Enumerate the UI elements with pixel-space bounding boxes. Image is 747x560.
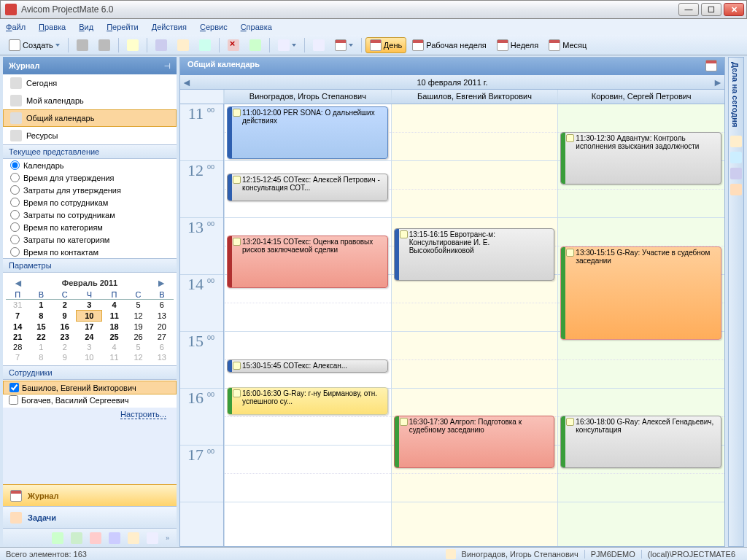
shortcut-icon[interactable]	[147, 532, 158, 544]
calendar-day[interactable]: 4	[102, 342, 127, 352]
view-radio[interactable]: Время по сотрудникам	[3, 196, 177, 209]
calendar-day[interactable]: 6	[150, 342, 174, 352]
pin-icon[interactable]: ⊣	[164, 62, 171, 70]
calendar-day[interactable]: 8	[29, 311, 53, 322]
calendar-day[interactable]: 9	[53, 352, 77, 362]
expand-icon[interactable]: »	[166, 534, 169, 542]
configure-link[interactable]: Настроить...	[3, 408, 177, 421]
menu-service[interactable]: Сервис	[200, 23, 228, 31]
tool3-button[interactable]	[195, 37, 215, 53]
view-radio[interactable]: Затраты по сотрудникам	[3, 209, 177, 221]
calendar-event[interactable]: 11:00-12:00 PER SONA: О дальнейших дейст…	[227, 106, 388, 159]
undo-button[interactable]	[123, 37, 143, 53]
menu-file[interactable]: Файл	[6, 23, 26, 31]
next-day-button[interactable]: ►	[711, 77, 724, 88]
view-radio[interactable]: Календарь	[3, 159, 177, 171]
shortcut-icon[interactable]	[128, 532, 139, 544]
day-column[interactable]: 11:00-12:00 PER SONA: О дальнейших дейст…	[224, 104, 391, 546]
side-icon[interactable]	[730, 152, 742, 163]
maximize-button[interactable]: ☐	[701, 3, 721, 16]
day-column[interactable]: 13:15-16:15 Евротранс-м: Консультировани…	[391, 104, 558, 546]
calendar-event[interactable]: 15:30-15:45 СОТекс: Алексан...	[227, 359, 388, 373]
calendar-day[interactable]: 27	[150, 332, 174, 342]
shortcut-icon[interactable]	[109, 532, 120, 544]
nav-item[interactable]: Мой календарь	[3, 92, 177, 109]
calendar-day[interactable]: 13	[150, 352, 174, 362]
calendar-day[interactable]: 3	[77, 300, 102, 311]
calendar-event[interactable]: 13:20-14:15 СОТекс: Оценка правовых риск…	[227, 236, 388, 288]
calendar-event[interactable]: 11:30-12:30 Адвантум: Контроль исполнени…	[560, 132, 721, 184]
shortcut-icon[interactable]	[52, 532, 63, 544]
shortcut-icon[interactable]	[90, 532, 101, 544]
side-icon[interactable]	[730, 136, 742, 147]
save-button[interactable]	[94, 37, 115, 53]
view-radio[interactable]: Время для утверждения	[3, 171, 177, 184]
menu-edit[interactable]: Правка	[39, 23, 66, 31]
employee-item[interactable]: Башилов, Евгений Викторович	[3, 381, 177, 394]
column-header[interactable]: Виноградов, Игорь Степанович	[224, 90, 391, 104]
calendar-day[interactable]: 22	[29, 332, 53, 342]
calendar-day[interactable]: 21	[6, 332, 29, 342]
calendar-day[interactable]: 12	[126, 311, 150, 322]
today-tasks-tab[interactable]: Дела на сегодня	[728, 57, 744, 547]
tool2-button[interactable]	[173, 37, 193, 53]
calendar-event[interactable]: 16:00-16:30 G-Ray: г-ну Бирманову, отн. …	[227, 387, 388, 415]
menu-help[interactable]: Справка	[241, 23, 272, 31]
calendar-day[interactable]: 11	[102, 352, 127, 362]
side-icon[interactable]	[730, 168, 742, 179]
menu-goto[interactable]: Перейти	[107, 23, 139, 31]
calendar-day[interactable]: 11	[102, 311, 127, 322]
calendar-day[interactable]: 8	[29, 352, 53, 362]
calendar-event[interactable]: 13:30-15:15 G-Ray: Участие в судебном за…	[560, 246, 721, 340]
calendar-day[interactable]: 13	[150, 311, 174, 322]
monthview-button[interactable]: Месяц	[544, 37, 591, 53]
shortcut-icon[interactable]	[71, 532, 82, 544]
listview-button[interactable]	[274, 37, 301, 53]
calendar-day[interactable]: 19	[126, 322, 150, 332]
calendar-day[interactable]: 7	[6, 352, 29, 362]
tasks-tab[interactable]: Задачи	[3, 506, 177, 528]
dayview-button[interactable]: День	[365, 37, 406, 53]
calendar-day[interactable]: 23	[53, 332, 77, 342]
view-radio[interactable]: Затраты для утверждения	[3, 184, 177, 196]
view-radio[interactable]: Время по контактам	[3, 246, 177, 258]
view-radio[interactable]: Время по категориям	[3, 221, 177, 233]
employee-item[interactable]: Богачев, Василий Сергеевич	[3, 394, 177, 406]
prev-day-button[interactable]: ◄	[180, 77, 193, 88]
menu-actions[interactable]: Действия	[152, 23, 187, 31]
print-button[interactable]	[72, 37, 93, 53]
calendar-event[interactable]: 13:15-16:15 Евротранс-м: Консультировани…	[394, 228, 555, 281]
calendar-icon[interactable]	[705, 60, 717, 71]
calendar-day[interactable]: 16	[53, 322, 77, 332]
nav-item[interactable]: Общий календарь	[3, 109, 177, 127]
nav-item[interactable]: Сегодня	[3, 74, 177, 92]
column-header[interactable]: Башилов, Евгений Викторович	[391, 90, 558, 104]
calendar-day[interactable]: 24	[77, 332, 102, 342]
workweekview-button[interactable]: Рабочая неделя	[408, 37, 491, 53]
calendar-day[interactable]: 14	[6, 322, 29, 332]
menu-view[interactable]: Вид	[79, 23, 93, 31]
calendar-event[interactable]: 12:15-12:45 СОТекс: Алексей Петрович - к…	[227, 174, 388, 201]
calendar-day[interactable]: 17	[77, 322, 102, 332]
calendar-day[interactable]: 18	[102, 322, 127, 332]
calendar-day[interactable]: 2	[53, 300, 77, 311]
calendar-day[interactable]: 2	[53, 342, 77, 352]
grid-button[interactable]	[309, 37, 329, 53]
calendar-day[interactable]: 10	[77, 352, 102, 362]
cal-button[interactable]	[330, 37, 357, 53]
calendar-day[interactable]: 1	[29, 342, 53, 352]
calendar-day[interactable]: 10	[77, 311, 102, 322]
side-icon[interactable]	[730, 184, 742, 195]
next-month-button[interactable]: ►	[156, 277, 166, 289]
calendar-day[interactable]: 7	[6, 311, 29, 322]
calendar-day[interactable]: 28	[6, 342, 29, 352]
tool1-button[interactable]	[151, 37, 171, 53]
calendar-day[interactable]: 31	[6, 300, 29, 311]
calendar-day[interactable]: 25	[102, 332, 127, 342]
refresh-button[interactable]	[245, 37, 266, 53]
column-header[interactable]: Коровин, Сергей Петрович	[557, 90, 724, 104]
calendar-day[interactable]: 4	[102, 300, 127, 311]
journal-tab[interactable]: Журнал	[3, 484, 177, 506]
calendar-day[interactable]: 1	[29, 300, 53, 311]
calendar-event[interactable]: 16:30-17:30 Алгрол: Подготовка к судебно…	[394, 416, 555, 468]
